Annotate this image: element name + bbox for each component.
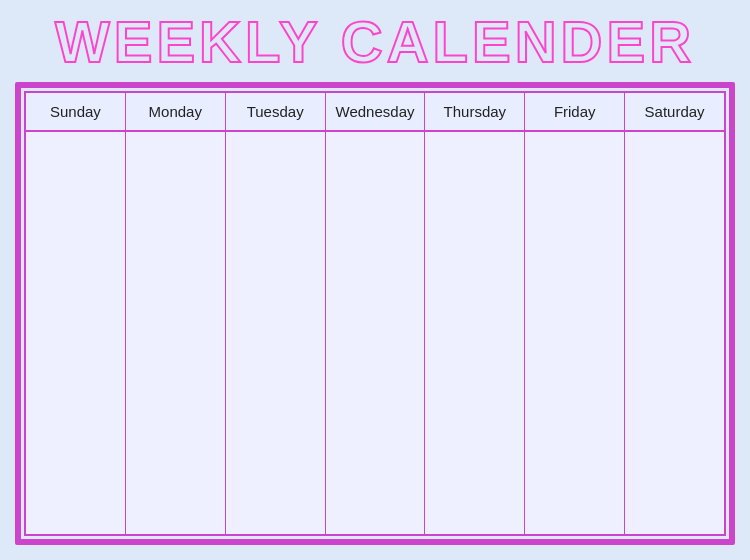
day-header-thursday: Thursday	[425, 93, 525, 130]
day-header-sunday: Sunday	[26, 93, 126, 130]
day-header-monday: Monday	[126, 93, 226, 130]
page-title: WEEKLY CALENDER	[55, 10, 695, 74]
calendar-inner: SundayMondayTuesdayWednesdayThursdayFrid…	[24, 91, 726, 536]
calendar-outer-border: SundayMondayTuesdayWednesdayThursdayFrid…	[15, 82, 735, 545]
day-column-sunday[interactable]	[26, 132, 126, 534]
calendar-body	[26, 132, 724, 534]
day-header-tuesday: Tuesday	[226, 93, 326, 130]
day-header-friday: Friday	[525, 93, 625, 130]
page-wrapper: WEEKLY CALENDER SundayMondayTuesdayWedne…	[0, 0, 750, 560]
day-column-thursday[interactable]	[425, 132, 525, 534]
day-header-saturday: Saturday	[625, 93, 724, 130]
calendar-header: SundayMondayTuesdayWednesdayThursdayFrid…	[26, 93, 724, 132]
day-column-wednesday[interactable]	[326, 132, 426, 534]
day-column-monday[interactable]	[126, 132, 226, 534]
day-column-tuesday[interactable]	[226, 132, 326, 534]
day-column-friday[interactable]	[525, 132, 625, 534]
day-header-wednesday: Wednesday	[326, 93, 426, 130]
day-column-saturday[interactable]	[625, 132, 724, 534]
